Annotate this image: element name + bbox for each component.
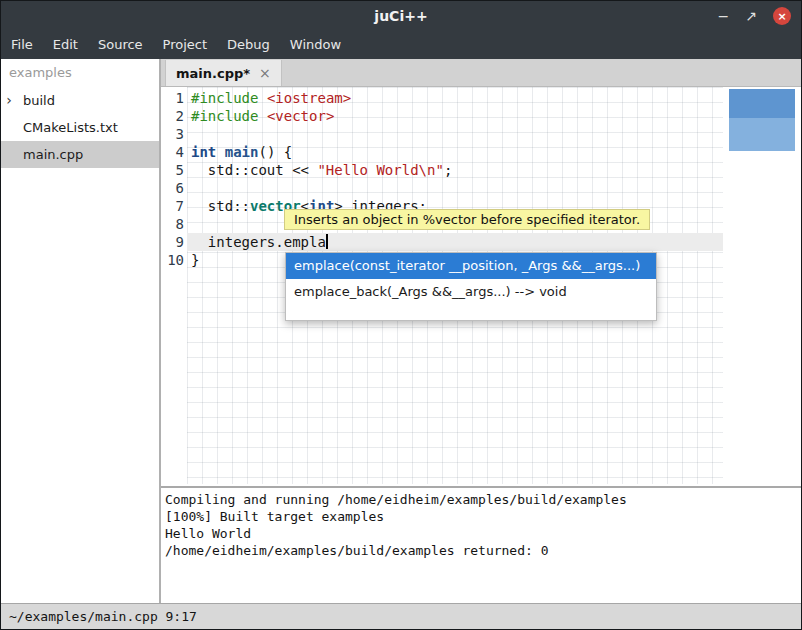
build-output-terminal[interactable]: Compiling and running /home/eidheim/exam… (161, 488, 801, 603)
project-name: examples (1, 59, 159, 87)
window-controls: − ↗ × (718, 1, 791, 31)
menu-item-window[interactable]: Window (280, 31, 351, 59)
tree-item-cmakelists[interactable]: CMakeLists.txt (1, 114, 159, 141)
code-token (216, 144, 224, 160)
window-title: juCi++ (1, 1, 801, 31)
menu-item-file[interactable]: File (1, 31, 43, 59)
code-line[interactable]: 6 (161, 179, 723, 197)
menu-item-source[interactable]: Source (88, 31, 153, 59)
completion-popup: emplace(const_iterator __position, _Args… (285, 252, 657, 321)
code-text: std::cout << "Hello World\n"; (191, 161, 452, 179)
code-token: } (191, 252, 199, 268)
code-text: #include <iostream> (191, 89, 351, 107)
code-token: std:: (191, 198, 250, 214)
line-number: 3 (161, 125, 184, 143)
code-lines: 1 #include <iostream> 2 #include <vector… (161, 89, 723, 269)
code-line[interactable]: 2 #include <vector> (161, 107, 723, 125)
minimize-button[interactable]: − (718, 9, 730, 23)
line-number: 4 (161, 143, 184, 161)
tab-main-cpp[interactable]: main.cpp* × (165, 60, 282, 86)
chevron-right-icon[interactable]: › (1, 87, 17, 114)
menu-item-project[interactable]: Project (153, 31, 217, 59)
maximize-button[interactable]: ↗ (745, 9, 757, 23)
code-token: int (191, 144, 216, 160)
tree-item-build[interactable]: › build (1, 87, 159, 114)
code-line[interactable]: 4 int main() { (161, 143, 723, 161)
tree-item-main-cpp[interactable]: main.cpp (1, 141, 159, 168)
code-token: () { (258, 144, 292, 160)
code-token (258, 108, 266, 124)
tree-item-label: build (23, 87, 55, 114)
code-token: <iostream> (267, 90, 351, 106)
code-token: #include (191, 90, 258, 106)
code-line[interactable]: 9 integers.empla (161, 233, 723, 251)
editor-column: main.cpp* × 1 #include <iostream> 2 #inc… (161, 59, 801, 603)
code-line[interactable]: 5 std::cout << "Hello World\n"; (161, 161, 723, 179)
code-token: "Hello World\n" (317, 162, 443, 178)
code-token: integers.empla (191, 234, 326, 250)
line-number: 8 (161, 215, 184, 233)
juci-window: juCi++ − ↗ × File Edit Source Project De… (0, 0, 802, 630)
line-number: 2 (161, 107, 184, 125)
tree-item-label: CMakeLists.txt (23, 114, 118, 141)
doc-tooltip: Inserts an object in %vector before spec… (284, 209, 650, 230)
terminal-line: Compiling and running /home/eidheim/exam… (165, 491, 801, 508)
terminal-line: Hello World (165, 525, 801, 542)
line-number: 9 (161, 233, 184, 251)
code-line[interactable]: 1 #include <iostream> (161, 89, 723, 107)
code-line[interactable]: 3 (161, 125, 723, 143)
menu-item-edit[interactable]: Edit (43, 31, 88, 59)
titlebar[interactable]: juCi++ − ↗ × (1, 1, 801, 31)
statusbar: ~/examples/main.cpp 9:17 (1, 603, 801, 629)
close-button[interactable]: × (773, 7, 791, 25)
main-area: examples › build CMakeLists.txt main.cpp… (1, 59, 801, 603)
file-tree-sidebar: examples › build CMakeLists.txt main.cpp (1, 59, 161, 603)
line-number: 7 (161, 197, 184, 215)
code-token: main (225, 144, 259, 160)
code-token (258, 90, 266, 106)
code-editor[interactable]: 1 #include <iostream> 2 #include <vector… (161, 87, 801, 486)
line-number: 10 (161, 251, 184, 269)
code-token: ; (444, 162, 452, 178)
tree-item-label: main.cpp (23, 141, 83, 168)
tab-label: main.cpp* (176, 66, 250, 81)
code-text: } (191, 251, 199, 269)
code-token: #include (191, 108, 258, 124)
code-text: int main() { (191, 143, 292, 161)
code-token: std::cout << (191, 162, 317, 178)
completion-item-emplace[interactable]: emplace(const_iterator __position, _Args… (286, 253, 656, 279)
code-text: integers.empla (191, 233, 328, 251)
code-token: <vector> (267, 108, 334, 124)
line-number: 6 (161, 179, 184, 197)
tab-close-icon[interactable]: × (259, 66, 271, 80)
completion-item-emplace-back[interactable]: emplace_back(_Args &&__args...) --> void (286, 279, 656, 305)
menubar: File Edit Source Project Debug Window (1, 31, 801, 59)
code-text: #include <vector> (191, 107, 334, 125)
statusbar-path: ~/examples/main.cpp 9:17 (9, 609, 197, 624)
terminal-line: [100%] Built target examples (165, 508, 801, 525)
menu-item-debug[interactable]: Debug (217, 31, 280, 59)
terminal-line: /home/eidheim/examples/build/examples re… (165, 542, 801, 559)
line-number: 5 (161, 161, 184, 179)
text-cursor (326, 234, 328, 249)
line-number: 1 (161, 89, 184, 107)
tabbar: main.cpp* × (161, 59, 801, 87)
scrollbar-map[interactable] (729, 89, 795, 151)
